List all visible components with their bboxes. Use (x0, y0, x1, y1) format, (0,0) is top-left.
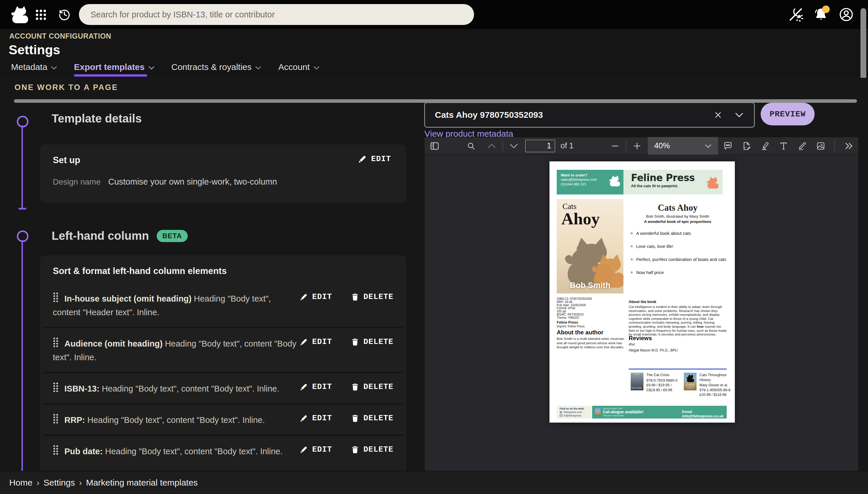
envelope-icon (559, 415, 563, 417)
page-number-input[interactable] (525, 139, 555, 152)
breadcrumb-separator: › (79, 478, 82, 488)
drag-handle-icon[interactable] (53, 445, 59, 455)
related-title: Cats Throughout History (699, 373, 731, 382)
beta-badge: BETA (157, 230, 188, 242)
element-actions: EDIT DELETE (299, 382, 393, 391)
product-select-value: Cats Ahoy 9780750352093 (435, 110, 543, 120)
drag-handle-icon[interactable] (53, 292, 59, 302)
edit-element-button[interactable]: EDIT (299, 383, 332, 391)
annotation-tools (723, 141, 858, 151)
related-isbn: 978-1-905005-88-8 (699, 388, 731, 393)
edit-label: EDIT (312, 414, 332, 423)
clear-selection-icon[interactable] (714, 111, 722, 119)
theme-toggle-icon[interactable] (788, 7, 804, 22)
edit-element-button[interactable]: EDIT (299, 414, 332, 423)
history-icon[interactable] (57, 7, 71, 21)
app-grid-menu-icon[interactable] (34, 8, 47, 21)
delete-element-button[interactable]: DELETE (351, 445, 393, 454)
zoom-level-select[interactable]: 40% (648, 137, 718, 155)
chevron-down-icon (313, 66, 320, 70)
product-select-combobox[interactable]: Cats Ahoy 9780750352093 (424, 102, 755, 128)
edit-label: EDIT (312, 292, 332, 301)
text-tool-icon[interactable] (778, 141, 789, 151)
trash-icon (351, 445, 359, 454)
pencil-icon (299, 338, 308, 346)
pdf-book-title: Cats Ahoy (629, 203, 727, 213)
page-count-label: of 1 (560, 141, 574, 150)
draw-tool-icon[interactable] (797, 141, 807, 151)
bullet-text: Now half price (636, 270, 664, 275)
edit-element-button[interactable]: EDIT (299, 445, 332, 454)
tab-contracts-royalties[interactable]: Contracts & royalties (172, 62, 262, 77)
next-page-icon[interactable] (509, 144, 518, 149)
about-book-text: Cat intelligence is evident in their abi… (629, 305, 727, 336)
notifications-bell[interactable] (813, 7, 829, 22)
footer-email: hi@felinepress (564, 414, 581, 417)
related-author: Mary Glover et al. (699, 383, 731, 388)
trash-icon (351, 383, 359, 391)
delete-label: DELETE (363, 414, 393, 423)
delete-element-button[interactable]: DELETE (351, 338, 393, 346)
toolbar-separator (502, 141, 503, 151)
delete-element-button[interactable]: DELETE (351, 383, 393, 391)
related-books-divider (629, 368, 727, 369)
bullet-dot (631, 245, 633, 247)
edit-element-button[interactable]: EDIT (299, 338, 332, 346)
related-price: C$19.95 / €9.99 (646, 388, 677, 393)
edit-button-label: EDIT (371, 155, 391, 164)
element-name: RRP: (64, 415, 85, 425)
preview-button[interactable]: PREVIEW (761, 103, 815, 126)
zoom-out-icon[interactable] (611, 141, 619, 150)
breadcrumb-settings[interactable]: Settings (43, 478, 75, 488)
setup-edit-button[interactable]: EDIT (358, 154, 391, 164)
search-icon[interactable] (467, 141, 476, 151)
breadcrumb-home[interactable]: Home (9, 478, 33, 488)
element-description: Audience (omit heading) Heading "Body te… (53, 337, 299, 364)
tab-export-templates[interactable]: Export templates (74, 62, 154, 77)
tab-metadata[interactable]: Metadata (11, 62, 57, 77)
signature-tool-icon[interactable] (742, 141, 751, 151)
drag-handle-icon[interactable] (53, 382, 59, 392)
product-search-input[interactable] (79, 4, 474, 25)
cover-author: Bob Smith (557, 281, 624, 290)
element-desc-text: Heading "Body text", content "Body text"… (85, 415, 265, 425)
drag-handle-icon[interactable] (53, 414, 59, 423)
tab-account[interactable]: Account (278, 62, 319, 77)
pdf-publisher-block: Feline Press All the cats fit to pawprin… (624, 170, 723, 194)
footer-web-block: Find us on the web! felinepress.com hi@f… (557, 406, 592, 419)
more-tools-icon[interactable] (844, 141, 853, 150)
meta-line: Thema: YNNJ22 (557, 316, 592, 319)
catalogue-subtitle: Get your copy today. (603, 414, 644, 417)
heading-text: Left-hand column (52, 229, 149, 242)
footer-web-url: felinepress.com (564, 411, 582, 414)
element-description: Pub date: Heading "Body text", content "… (53, 445, 299, 458)
delete-label: DELETE (363, 383, 393, 391)
setup-card-title: Set up (53, 155, 80, 166)
comment-tool-icon[interactable] (723, 141, 733, 151)
drag-handle-icon[interactable] (53, 337, 59, 347)
edit-element-button[interactable]: EDIT (299, 292, 332, 301)
chevron-down-icon[interactable] (735, 112, 744, 117)
delete-element-button[interactable]: DELETE (351, 414, 393, 423)
highlight-tool-icon[interactable] (760, 141, 770, 151)
design-name-label: Design name (53, 177, 101, 187)
template-details-heading: Template details (52, 112, 142, 125)
reviews-heading: Reviews (629, 335, 652, 342)
element-description: RRP: Heading "Body text", content "Body … (53, 413, 299, 427)
edit-label: EDIT (312, 445, 332, 454)
delete-label: DELETE (363, 445, 393, 454)
column-elements-list: In-house subject (omit heading) Heading … (40, 283, 406, 466)
pdf-footer: Find us on the web! felinepress.com hi@f… (557, 406, 727, 419)
delete-element-button[interactable]: DELETE (351, 292, 393, 301)
previous-page-icon[interactable] (487, 144, 496, 149)
app-logo-cat-icon[interactable] (10, 5, 29, 24)
zoom-in-icon[interactable] (633, 141, 642, 150)
account-avatar-icon[interactable] (839, 7, 854, 22)
catalogue-copy: Spring Summer 2026 Cat-alogue available!… (603, 407, 644, 417)
footer-contact-email: Email info@felinepress.co.uk for more in… (682, 410, 727, 423)
related-books-row: Bob Smith Cat Crisis The Cat Crisis 978-… (631, 373, 731, 397)
pdf-viewer-canvas[interactable]: Want to order? sales@felinepress.com (0)… (425, 155, 858, 471)
image-tool-icon[interactable] (816, 141, 826, 151)
sidebar-toggle-icon[interactable] (429, 141, 440, 151)
chevron-down-icon (51, 66, 57, 70)
